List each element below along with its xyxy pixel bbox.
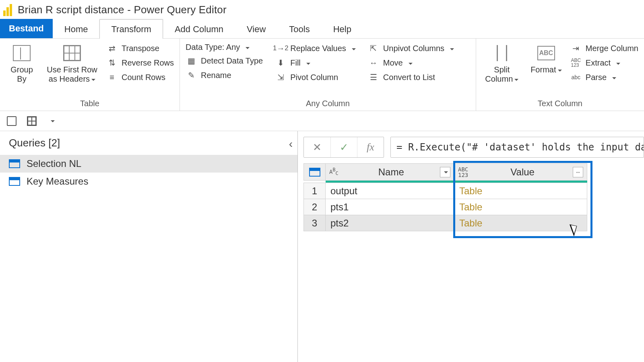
pivot-column-button[interactable]: ⇲ Pivot Column <box>275 72 356 83</box>
tab-tools[interactable]: Tools <box>277 19 321 39</box>
reverse-icon: ⇅ <box>106 57 118 68</box>
ribbon-group-text-column: Split Column ABC Format ⇥ Merge Column A… <box>476 39 644 111</box>
tab-help[interactable]: Help <box>322 19 363 39</box>
column-header-value[interactable]: ABC 123 Value ↔ <box>454 164 587 181</box>
reverse-rows-button[interactable]: ⇅ Reverse Rows <box>106 57 174 68</box>
app-icon <box>3 3 14 16</box>
select-all-corner[interactable] <box>304 164 326 181</box>
count-icon: ≡ <box>106 72 118 83</box>
ribbon: Group By Use First Row as Headers ⇄ Tran… <box>0 39 644 111</box>
tab-transform[interactable]: Transform <box>99 19 163 39</box>
table-row[interactable]: 2 pts1 Table <box>304 199 587 215</box>
rename-icon: ✎ <box>186 70 197 81</box>
expand-column-button[interactable]: ↔ <box>573 167 583 177</box>
detect-data-type-button[interactable]: ▦ Detect Data Type <box>186 55 263 66</box>
data-grid: ABC Name ABC 123 Value ↔ <box>303 163 644 231</box>
move-icon: ↔ <box>368 57 379 68</box>
chevron-down-icon <box>350 44 356 53</box>
table-value-link[interactable]: Table <box>454 215 587 231</box>
data-type-button[interactable]: Data Type: Any <box>186 43 263 52</box>
chevron-down-icon <box>611 73 616 82</box>
group-by-icon <box>13 45 31 61</box>
type-text-icon: ABC <box>329 168 339 176</box>
transpose-button[interactable]: ⇄ Transpose <box>106 43 174 54</box>
cancel-formula-button[interactable]: ✕ <box>304 137 330 157</box>
formula-bar: ✕ ✓ fx = R.Execute("# 'dataset' holds th… <box>303 137 644 158</box>
queries-header: Queries [2] <box>0 131 297 155</box>
group-by-button[interactable]: Group By <box>6 41 38 84</box>
table-value-link[interactable]: Table <box>454 199 587 215</box>
qat-more-button[interactable] <box>46 115 58 127</box>
table-row[interactable]: 1 output Table <box>304 183 587 199</box>
file-tab[interactable]: Bestand <box>0 19 53 38</box>
parse-button[interactable]: abc Parse <box>570 72 638 83</box>
grid-icon <box>27 116 37 126</box>
column-filter-button[interactable] <box>440 167 450 177</box>
ribbon-group-label: Any Column <box>186 97 470 110</box>
use-first-row-button[interactable]: Use First Row as Headers <box>42 41 102 84</box>
type-any-icon: ABC 123 <box>458 167 468 178</box>
unpivot-icon: ⇱ <box>368 43 379 54</box>
content-pane: ✕ ✓ fx = R.Execute("# 'dataset' holds th… <box>298 131 644 362</box>
rename-button[interactable]: ✎ Rename <box>186 70 263 81</box>
merge-columns-button[interactable]: ⇥ Merge Column <box>570 43 638 54</box>
grid-view-button[interactable] <box>26 115 38 127</box>
merge-icon: ⇥ <box>570 43 582 54</box>
ribbon-group-label: Table <box>6 97 174 110</box>
collapse-pane-button[interactable]: ‹ <box>289 138 293 150</box>
table-value-link[interactable]: Table <box>454 183 587 199</box>
tab-view[interactable]: View <box>235 19 277 39</box>
table-icon <box>9 177 20 186</box>
query-item-selection-nl[interactable]: Selection NL <box>0 155 297 173</box>
count-rows-button[interactable]: ≡ Count Rows <box>106 72 174 83</box>
tab-home[interactable]: Home <box>53 19 100 39</box>
query-item-key-measures[interactable]: Key Measures <box>0 173 297 190</box>
move-button[interactable]: ↔ Move <box>368 57 454 68</box>
chevron-down-icon <box>305 58 310 68</box>
detect-icon: ▦ <box>186 55 197 66</box>
commit-formula-button[interactable]: ✓ <box>330 137 357 157</box>
transpose-icon: ⇄ <box>106 43 118 54</box>
chevron-down-icon <box>244 43 250 52</box>
formula-controls: ✕ ✓ fx <box>303 137 384 158</box>
list-icon: ☰ <box>368 72 379 83</box>
table-icon <box>309 168 320 177</box>
chevron-down-icon <box>448 44 454 53</box>
chevron-down-icon <box>513 74 518 83</box>
save-icon <box>7 116 17 126</box>
fill-button[interactable]: ⬇ Fill <box>275 57 356 68</box>
table-icon <box>9 159 20 168</box>
menu-bar: Bestand Home Transform Add Column View T… <box>0 19 644 39</box>
extract-button[interactable]: ABC123 Extract <box>570 57 638 68</box>
tab-add-column[interactable]: Add Column <box>163 19 235 39</box>
pivot-icon: ⇲ <box>275 72 286 83</box>
split-icon <box>497 45 507 61</box>
format-icon: ABC <box>537 46 555 60</box>
ribbon-group-any-column: Data Type: Any ▦ Detect Data Type ✎ Rena… <box>180 39 476 111</box>
chevron-down-icon <box>556 65 562 74</box>
title-bar: Brian R script distance - Power Query Ed… <box>0 0 644 19</box>
query-item-label: Selection NL <box>27 158 81 169</box>
replace-values-button[interactable]: 1→2 Replace Values <box>275 43 356 54</box>
save-button[interactable] <box>6 115 18 127</box>
ribbon-group-table: Group By Use First Row as Headers ⇄ Tran… <box>0 39 180 111</box>
replace-icon: 1→2 <box>275 43 286 54</box>
unpivot-columns-button[interactable]: ⇱ Unpivot Columns <box>368 43 454 54</box>
fx-button[interactable]: fx <box>357 137 384 157</box>
split-column-button[interactable]: Split Column <box>482 41 522 84</box>
convert-to-list-button[interactable]: ☰ Convert to List <box>368 72 454 83</box>
queries-pane: Queries [2] ‹ Selection NL Key Measures <box>0 131 298 362</box>
quick-access-toolbar <box>0 111 644 131</box>
formula-input[interactable]: = R.Execute("# 'dataset' holds the input… <box>390 137 644 158</box>
chevron-down-icon <box>90 74 95 83</box>
query-item-label: Key Measures <box>27 176 88 187</box>
table-row[interactable]: 3 pts2 Table <box>304 215 587 231</box>
extract-icon: ABC123 <box>570 57 582 68</box>
parse-icon: abc <box>570 72 582 83</box>
main-area: Queries [2] ‹ Selection NL Key Measures … <box>0 131 644 362</box>
window-title: Brian R script distance - Power Query Ed… <box>18 4 227 16</box>
column-header-name[interactable]: ABC Name <box>326 164 454 181</box>
ribbon-group-label: Text Column <box>482 97 638 110</box>
format-button[interactable]: ABC Format <box>526 41 566 74</box>
fill-icon: ⬇ <box>275 57 286 68</box>
